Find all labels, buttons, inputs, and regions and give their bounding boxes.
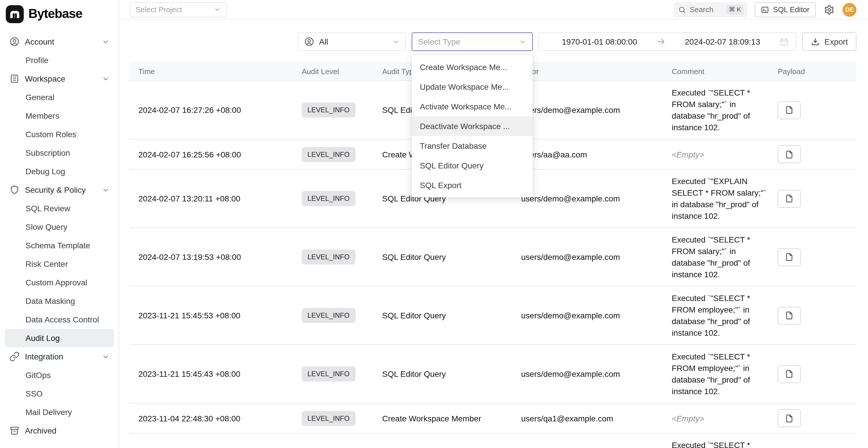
table-row: 2023-11-21 15:45:53 +08:00 LEVEL_INFO SQ… (129, 287, 857, 345)
payload-button[interactable] (778, 190, 801, 207)
chevron-down-icon (392, 38, 400, 45)
payload-button[interactable] (778, 307, 801, 324)
project-select[interactable]: Select Project (130, 2, 227, 17)
audit-type: SQL Editor Query (373, 304, 512, 327)
settings-button[interactable] (823, 3, 836, 16)
audit-comment: Executed `"SELECT * FROM salary;"` in da… (662, 228, 768, 286)
col-payload: Payload (768, 67, 857, 75)
audit-time: 2024-02-07 16:27:26 +08:00 (129, 98, 292, 122)
table-row: 2023-11-04 21:26:34 +08:00 LEVEL_INFO SQ… (129, 434, 857, 448)
sql-editor-label: SQL Editor (773, 5, 809, 14)
sidebar-item-custom-approval[interactable]: Custom Approval (5, 273, 114, 292)
col-time: Time (129, 67, 292, 75)
audit-comment: Executed `"SELECT * FROM employee;"` in … (662, 287, 768, 344)
file-icon (785, 252, 794, 262)
bytebase-logo[interactable]: Bytebase (0, 0, 119, 28)
audit-level-badge: LEVEL_INFO (302, 147, 355, 162)
audit-time: 2023-11-04 22:48:30 +08:00 (129, 407, 292, 430)
payload-button[interactable] (778, 365, 801, 383)
audit-comment: Executed `"SELECT * FROM department;"` i… (662, 434, 768, 448)
payload-button[interactable] (778, 248, 801, 266)
sidebar-item-debug-log[interactable]: Debug Log (5, 162, 114, 181)
sidebar-item-mail-delivery[interactable]: Mail Delivery (5, 403, 114, 421)
sidebar-item-sql-review[interactable]: SQL Review (5, 199, 114, 218)
audit-actor: users/demo@example.com (512, 187, 662, 210)
sidebar-item-members[interactable]: Members (5, 106, 114, 125)
type-option-deactivate-workspace-member[interactable]: Deactivate Workspace ... (412, 116, 533, 136)
audit-level-badge: LEVEL_INFO (302, 411, 355, 426)
app-shell: Bytebase Account Profile Workspace Gener… (0, 0, 868, 448)
sidebar-item-audit-log[interactable]: Audit Log (5, 329, 114, 347)
file-icon (785, 150, 794, 159)
sidebar-item-data-masking[interactable]: Data Masking (5, 292, 114, 310)
audit-type: SQL Editor Query (373, 246, 512, 268)
file-icon (785, 369, 794, 379)
type-option-sql-editor-query[interactable]: SQL Editor Query (412, 156, 533, 175)
search-input[interactable]: Search ⌘ K (674, 2, 748, 17)
file-icon (785, 105, 794, 115)
sidebar-item-archived[interactable]: Archived (5, 421, 114, 440)
type-option-activate-workspace-member[interactable]: Activate Workspace Me... (412, 97, 533, 116)
date-range-picker[interactable]: 1970-01-01 08:00:00 2024-02-07 18:09:13 (538, 32, 796, 51)
sidebar-section-workspace[interactable]: Workspace (5, 69, 114, 88)
audit-comment: <Empty> (662, 143, 768, 166)
audit-type: Create Workspace Member (373, 407, 512, 430)
audit-actor: users/demo@example.com (512, 98, 662, 122)
search-shortcut: ⌘ K (726, 5, 744, 14)
sidebar-item-risk-center[interactable]: Risk Center (5, 255, 114, 273)
sql-editor-button[interactable]: SQL Editor (754, 2, 816, 17)
payload-button[interactable] (778, 409, 801, 427)
calendar-icon (779, 37, 789, 46)
sidebar-section-account[interactable]: Account (5, 32, 114, 51)
type-filter-menu: Create Workspace Me... Update Workspace … (412, 55, 533, 197)
col-audit-level: Audit Level (292, 67, 373, 75)
audit-time: 2024-02-07 16:25:56 +08:00 (129, 143, 292, 166)
payload-button[interactable] (778, 101, 801, 119)
audit-actor: users/demo@example.com (512, 362, 662, 385)
chevron-down-icon (214, 6, 221, 13)
type-option-transfer-database[interactable]: Transfer Database (412, 136, 533, 156)
type-option-update-workspace-member[interactable]: Update Workspace Me... (412, 77, 533, 97)
sidebar-item-data-access-control[interactable]: Data Access Control (5, 310, 114, 329)
sidebar-item-slow-query[interactable]: Slow Query (5, 218, 114, 236)
sidebar-item-profile[interactable]: Profile (5, 51, 114, 69)
gear-icon (824, 4, 834, 15)
export-button[interactable]: Export (802, 32, 857, 51)
page: Bytebase Account Profile Workspace Gener… (0, 0, 868, 448)
type-option-sql-export[interactable]: SQL Export (412, 175, 533, 195)
sidebar-item-schema-template[interactable]: Schema Template (5, 236, 114, 255)
type-filter-select[interactable] (412, 32, 533, 51)
type-filter-input[interactable] (418, 37, 519, 46)
filter-bar: All Create Workspace Me... Update Worksp… (129, 32, 857, 51)
sidebar-section-label: Workspace (25, 74, 65, 83)
sidebar-section-security-policy[interactable]: Security & Policy (5, 181, 114, 199)
audit-comment: <Empty> (662, 407, 768, 430)
type-filter-wrap: Create Workspace Me... Update Workspace … (412, 32, 533, 51)
link-icon (9, 351, 20, 362)
sidebar-nav: Account Profile Workspace General Member… (0, 28, 119, 440)
sidebar-item-sso[interactable]: SSO (5, 384, 114, 403)
audit-comment: Executed `"SELECT * FROM employee;"` in … (662, 345, 768, 403)
sidebar-item-custom-roles[interactable]: Custom Roles (5, 125, 114, 143)
file-icon (785, 194, 794, 203)
download-icon (811, 37, 820, 46)
audit-type: SQL Editor Query (373, 362, 512, 385)
brand-name: Bytebase (28, 6, 82, 22)
file-icon (785, 311, 794, 320)
audit-log-content: All Create Workspace Me... Update Worksp… (119, 20, 868, 448)
topbar: Select Project Search ⌘ K SQL Editor DE (119, 0, 868, 20)
sidebar-item-gitops[interactable]: GitOps (5, 366, 114, 384)
archive-icon (9, 425, 20, 436)
sidebar-item-subscription[interactable]: Subscription (5, 143, 114, 162)
avatar[interactable]: DE (842, 3, 857, 17)
payload-button[interactable] (778, 145, 801, 163)
audit-actor: users/demo@example.com (512, 304, 662, 327)
sidebar-item-general[interactable]: General (5, 88, 114, 106)
search-icon (678, 5, 686, 13)
chevron-down-icon (102, 353, 110, 360)
sidebar-section-integration[interactable]: Integration (5, 347, 114, 366)
user-circle-icon (9, 36, 20, 47)
type-option-create-workspace-member[interactable]: Create Workspace Me... (412, 57, 533, 77)
actor-filter-select[interactable]: All (298, 32, 406, 51)
audit-comment: Executed `"SELECT * FROM salary;"` in da… (662, 81, 768, 139)
